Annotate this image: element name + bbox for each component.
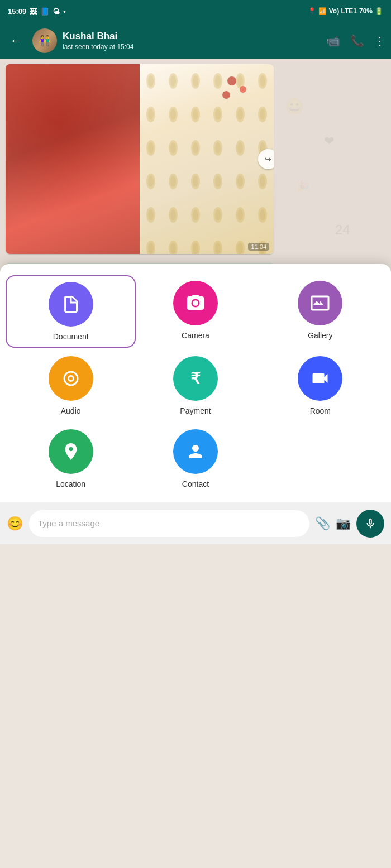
decorative-items [215,70,271,114]
location-icon [61,442,81,462]
svg-point-13 [222,91,230,99]
contact-label: Contact [182,479,209,488]
gallery-circle [298,281,342,325]
input-bar: 😊 Type a message 📎 📷 [0,502,391,544]
fabric-left-panel [6,64,140,254]
payment-circle: ₹ [173,356,218,401]
status-right: 📍 📶 Vo) LTE1 70% 🔋 [308,7,383,15]
facebook-icon: 📘 [40,7,49,16]
audio-label: Audio [61,406,81,415]
contact-circle [173,429,218,474]
battery-text: 70% [359,7,373,15]
audio-icon [61,368,81,389]
phone-call-icon[interactable]: 📞 [350,34,364,47]
chat-area: 😀 ❤ 🎉 24 ⭐ 💬 🔔 📱 [0,59,391,544]
attach-item-room[interactable]: Room [261,356,380,415]
dot-indicator: • [63,7,66,16]
location-circle [49,429,93,474]
battery-icon: 🔋 [375,7,383,15]
camera-icon [185,293,206,313]
attach-item-location[interactable]: Location [11,429,130,488]
message-placeholder: Type a message [38,519,99,528]
forward-button-1[interactable]: ↪ [258,149,274,169]
wifi-icon: 📶 [318,7,327,15]
document-icon [61,294,81,314]
camera-circle [173,281,218,325]
payment-label: Payment [180,406,211,415]
room-circle [298,356,342,401]
camera-label: Camera [182,331,209,340]
contact-info[interactable]: Kushal Bhai last seen today at 15:04 [63,31,321,51]
contact-status: last seen today at 15:04 [63,43,321,51]
attach-item-audio[interactable]: Audio [11,356,130,415]
document-circle [49,282,93,327]
attachment-menu: Document Camera Gallery [0,264,391,502]
attach-item-gallery[interactable]: Gallery [261,281,380,342]
audio-circle [49,356,93,401]
gallery-label: Gallery [308,331,332,340]
mic-icon [364,517,376,530]
status-left: 15:09 🖼 📘 🌤 • [8,7,66,16]
attach-item-contact[interactable]: Contact [136,429,255,488]
mic-button[interactable] [356,510,384,538]
chat-header: ← 👫 Kushal Bhai last seen today at 15:04… [0,22,391,59]
avatar-image: 👫 [32,28,57,53]
attach-button[interactable]: 📎 [315,516,330,531]
message-time-1: 11:04 [248,243,269,251]
message-input[interactable]: Type a message [29,510,309,537]
message-bubble-1: 11:04 ↪ [6,64,274,254]
camera-button[interactable]: 📷 [336,516,351,531]
status-time: 15:09 [8,7,26,16]
attach-item-payment[interactable]: ₹ Payment [136,356,255,415]
header-actions: 📹 📞 ⋮ [326,34,385,47]
signal-text: Vo) LTE1 [329,7,357,15]
attach-item-camera[interactable]: Camera [136,281,255,342]
location-label: Location [56,479,85,488]
back-button[interactable]: ← [6,29,27,52]
attachment-grid: Document Camera Gallery [11,281,380,488]
location-status-icon: 📍 [308,7,316,15]
document-label: Document [53,332,89,341]
photo-icon: 🖼 [30,7,37,16]
contact-avatar[interactable]: 👫 [32,28,57,53]
attach-item-document[interactable]: Document [6,275,136,348]
contact-icon [185,442,206,462]
contact-name: Kushal Bhai [63,31,321,42]
more-options-icon[interactable]: ⋮ [374,34,385,47]
svg-point-11 [227,76,236,85]
gallery-icon [310,293,330,313]
video-call-icon[interactable]: 📹 [326,34,340,47]
emoji-button[interactable]: 😊 [7,516,23,531]
room-icon [310,368,330,389]
room-label: Room [310,406,331,415]
message-image-fabric[interactable] [6,64,274,254]
weather-icon: 🌤 [53,7,60,16]
status-bar: 15:09 🖼 📘 🌤 • 📍 📶 Vo) LTE1 70% 🔋 [0,0,391,22]
svg-point-12 [240,86,246,93]
